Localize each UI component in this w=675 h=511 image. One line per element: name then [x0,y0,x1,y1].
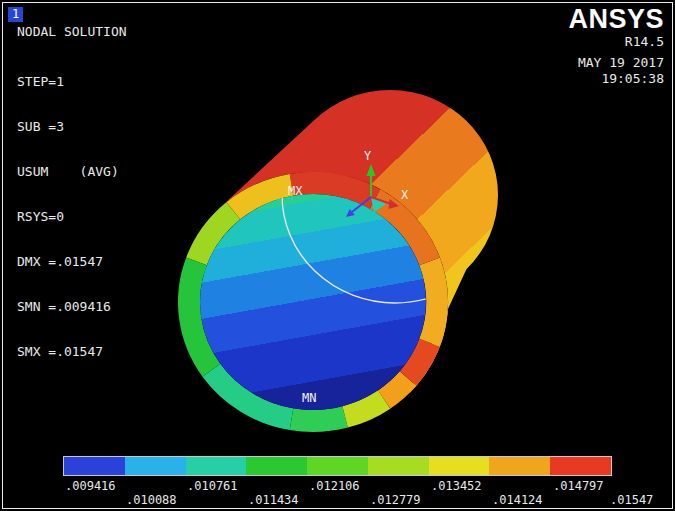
legend-segment [246,457,307,475]
date-text: MAY 19 2017 [578,55,664,70]
legend-tick-4: .011434 [248,493,299,507]
legend-segment [64,457,125,475]
ansys-logo: ANSYS [568,4,664,35]
legend-tick-7: .013452 [431,479,482,493]
max-point-label: MX [288,184,303,198]
info-rsys: RSYS=0 [17,209,119,224]
solution-info-block: STEP=1 SUB =3 USUM (AVG) RSYS=0 DMX =.01… [17,44,119,389]
min-point-label: MN [302,391,316,405]
legend-tick-1: .009416 [65,479,116,493]
info-dmx: DMX =.01547 [17,254,119,269]
contour-legend-bar [63,456,612,476]
legend-segment [550,457,611,475]
info-smn: SMN =.009416 [17,299,119,314]
legend-segment [125,457,186,475]
legend-tick-8: .014124 [492,493,543,507]
info-substep: SUB =3 [17,119,119,134]
triad-y-label: Y [364,149,372,163]
info-smx: SMX =.01547 [17,344,119,359]
legend-tick-5: .012106 [309,479,360,493]
legend-tick-10: .01547 [610,493,653,507]
ansys-graphics-window: 1 NODAL SOLUTION STEP=1 SUB =3 USUM (AVG… [0,0,675,511]
legend-segment [307,457,368,475]
legend-segment [489,457,550,475]
legend-tick-2: .010088 [126,493,177,507]
legend-tick-9: .014797 [553,479,604,493]
legend-segment [186,457,247,475]
ansys-release: R14.5 [625,34,664,49]
plot-number-badge: 1 [8,7,23,22]
time-text: 19:05:38 [601,71,664,86]
info-step: STEP=1 [17,74,119,89]
info-item: USUM (AVG) [17,164,119,179]
cylinder-inner-surface [200,194,426,410]
legend-tick-6: .012779 [370,493,421,507]
legend-segment [429,457,490,475]
legend-segment [368,457,429,475]
legend-tick-3: .010761 [187,479,238,493]
solution-title: NODAL SOLUTION [17,24,127,39]
triad-x-label: X [401,188,409,202]
